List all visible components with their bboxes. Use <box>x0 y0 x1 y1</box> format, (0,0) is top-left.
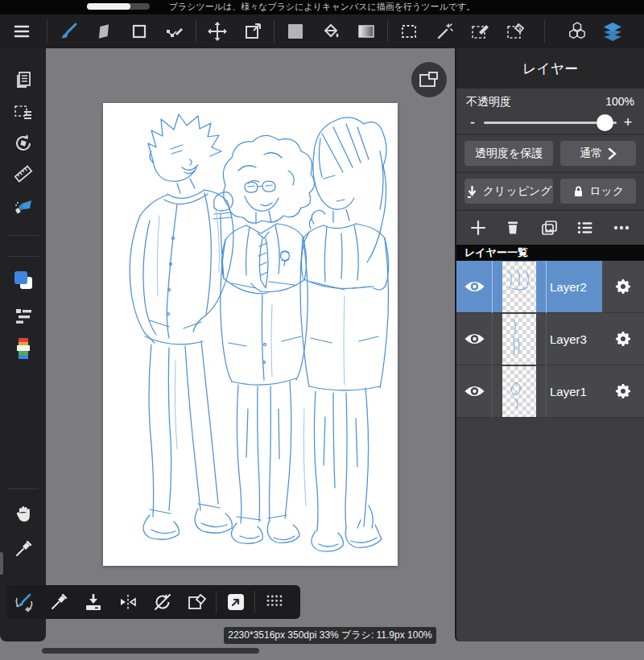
select-eraser-icon <box>505 21 526 42</box>
layer-thumbnail <box>502 262 536 312</box>
chevron-right-icon <box>607 147 617 160</box>
brush-list-icon <box>13 305 34 326</box>
color-palette-button[interactable] <box>0 335 46 362</box>
layer-row-layer2[interactable]: Layer2 <box>456 261 644 313</box>
save-download-icon <box>83 592 104 613</box>
visibility-toggle[interactable] <box>456 332 492 346</box>
delete-layer-button[interactable] <box>504 219 522 237</box>
solid-color-icon <box>286 22 305 41</box>
pages-icon <box>13 69 34 90</box>
lock-icon <box>572 185 584 198</box>
visibility-toggle[interactable] <box>456 279 492 294</box>
menu-button[interactable] <box>0 14 43 48</box>
palette-icon <box>14 336 32 361</box>
progress-bar-fill <box>87 3 130 10</box>
select-eraser-tool-button[interactable] <box>497 14 533 48</box>
hamburger-icon <box>12 22 31 41</box>
opacity-value: 100% <box>605 95 634 109</box>
opacity-slider-knob[interactable] <box>597 114 613 131</box>
clear-button[interactable] <box>180 585 214 619</box>
flip-horizontal-button[interactable] <box>110 585 145 619</box>
transform-icon <box>243 22 262 41</box>
reset-rotation-button[interactable] <box>145 585 180 619</box>
drawer-handle[interactable] <box>0 552 3 575</box>
blend-mode-button[interactable]: 通常 <box>560 141 636 166</box>
layers-icon <box>601 20 624 43</box>
layer-settings-button[interactable] <box>602 313 644 365</box>
shape-tool-button[interactable] <box>122 14 157 48</box>
opacity-label: 不透明度 <box>466 95 511 109</box>
layer-panel: レイヤー 不透明度 100% - + 透明度を保護 通常 クリッピング ロック <box>455 48 644 641</box>
select-rect-tool-button[interactable] <box>391 14 427 48</box>
rectangle-icon <box>130 22 149 41</box>
rotate-icon <box>13 133 34 154</box>
layer-settings-button[interactable] <box>602 365 644 417</box>
transform-tool-button[interactable] <box>235 14 270 48</box>
select-options-button[interactable] <box>0 98 46 126</box>
hand-tool-button[interactable] <box>0 500 46 527</box>
material-button[interactable] <box>559 14 595 48</box>
eyedropper-icon <box>49 592 68 612</box>
duplicate-layer-button[interactable] <box>539 219 559 237</box>
sketch-figure-right <box>300 118 389 551</box>
gradient-tool-button[interactable] <box>349 14 384 48</box>
brush-icon <box>58 21 79 42</box>
gear-icon <box>613 329 633 349</box>
move-tool-button[interactable] <box>200 14 235 48</box>
drawing-canvas[interactable] <box>103 103 398 566</box>
layer-row-layer3[interactable]: Layer3 <box>456 313 644 365</box>
jump-arrow-icon <box>225 592 246 613</box>
color-swatch-button[interactable] <box>0 266 46 294</box>
brush-eraser-switch-button[interactable] <box>6 585 41 619</box>
add-layer-button[interactable] <box>469 219 487 237</box>
eyedropper-tool-button[interactable] <box>0 535 46 563</box>
color-tile-button[interactable] <box>278 14 313 48</box>
gear-icon <box>613 382 633 401</box>
brush-list-button[interactable] <box>0 302 46 329</box>
layer-row-layer1[interactable]: Layer1 <box>456 365 644 418</box>
progress-bar <box>87 3 150 10</box>
ruler-button[interactable] <box>0 160 46 188</box>
layer-name: Layer1 <box>547 385 602 398</box>
eyedropper-button[interactable] <box>41 585 76 619</box>
visibility-toggle[interactable] <box>456 384 492 398</box>
gear-icon <box>613 277 633 296</box>
clear-canvas-icon <box>187 592 208 613</box>
drag-handle[interactable] <box>257 585 291 619</box>
protect-alpha-button[interactable]: 透明度を保護 <box>464 141 553 166</box>
pages-button[interactable] <box>0 66 46 93</box>
rotate-canvas-button[interactable] <box>0 130 46 157</box>
magic-wand-tool-button[interactable] <box>427 14 462 48</box>
layer-name: Layer2 <box>547 280 602 294</box>
layer-list-button[interactable] <box>576 219 595 237</box>
material-cubes-icon <box>566 20 588 43</box>
selection-rect-icon <box>399 22 419 41</box>
airbrush-button[interactable] <box>0 193 46 221</box>
left-sidebar <box>0 48 46 641</box>
layers-panel-button[interactable] <box>595 14 630 48</box>
horizontal-scrollbar[interactable] <box>42 648 259 654</box>
brush-tool-button[interactable] <box>51 14 86 48</box>
control-pen-tool-button[interactable] <box>157 14 192 48</box>
opacity-plus-button[interactable]: + <box>621 114 634 131</box>
sketch-figure-left <box>130 114 233 539</box>
opacity-minus-button[interactable]: - <box>466 114 479 131</box>
move-icon <box>207 21 228 42</box>
opacity-slider[interactable] <box>484 122 617 124</box>
layer-settings-button[interactable] <box>602 261 644 312</box>
eraser-tool-button[interactable] <box>86 14 122 48</box>
ruler-icon <box>13 163 34 184</box>
bucket-tool-button[interactable] <box>313 14 349 48</box>
shortcut-button[interactable] <box>218 585 253 619</box>
lock-button[interactable]: ロック <box>560 179 636 204</box>
clipping-button[interactable]: クリッピング <box>464 179 553 204</box>
status-bar: 2230*3516px 350dpi 33% ブラシ: 11.9px 100% <box>224 627 436 644</box>
select-options-icon <box>13 101 34 122</box>
layer-list-header: レイヤー一覧 <box>456 245 644 261</box>
save-button[interactable] <box>76 585 110 619</box>
more-options-button[interactable] <box>612 219 631 237</box>
sketch-construction-lines <box>157 208 345 505</box>
navigator-button[interactable] <box>411 62 447 97</box>
layer-panel-title: レイヤー <box>456 48 644 89</box>
select-pen-tool-button[interactable] <box>462 14 497 48</box>
